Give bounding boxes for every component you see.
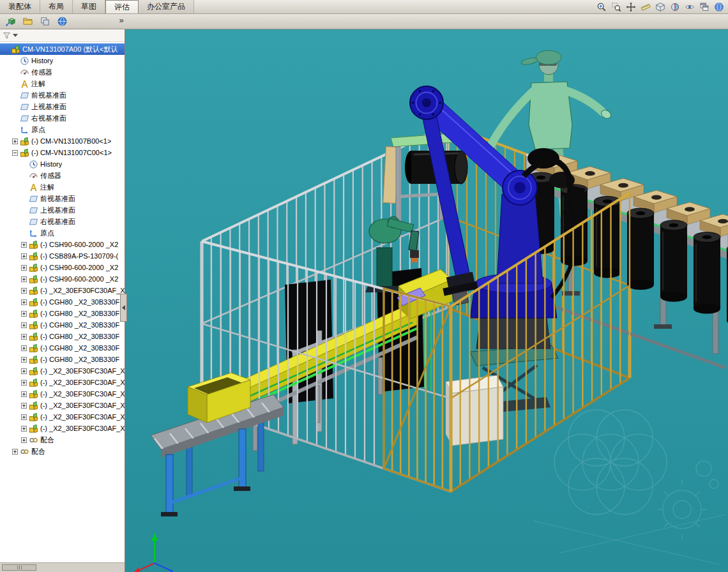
scrollbar-thumb[interactable] [2,564,36,571]
tree-item-label: 配合 [40,435,54,445]
ribbon-tab[interactable]: 评估 [105,0,139,13]
expand-toggle[interactable] [21,414,27,420]
tree-item[interactable]: (-) _X2_30EF30FC30AF_X [0,411,125,423]
annotations-icon [20,79,29,89]
tree-item[interactable]: (-) CGH80 _X2_30B330F [0,319,125,331]
ribbon-tab[interactable]: 布局 [40,0,73,13]
expand-toggle[interactable] [21,265,27,271]
expand-toggle[interactable] [21,288,27,294]
zoom-window-icon[interactable] [609,1,623,13]
expand-toggle[interactable] [21,299,27,305]
expand-toggle[interactable] [21,426,27,432]
tree-item[interactable]: 上视基准面 [0,204,125,216]
tree-item-label: 配合 [31,447,45,456]
expand-toggle[interactable] [21,403,27,409]
history-icon [20,56,29,66]
tree-item[interactable]: (-) CGH80 _X2_30B330F [0,331,125,342]
expand-toggle[interactable] [21,242,27,248]
tree-item[interactable]: 配合 [0,434,125,446]
tree-filter-row[interactable] [0,29,125,42]
plane-icon [29,194,38,204]
tree-item[interactable]: (-) CM-VN131007B00<1> [0,135,125,147]
assembly-icon [20,148,29,158]
tree-item[interactable]: 注解 [0,78,125,89]
tree-item[interactable]: 前视基准面 [0,193,125,204]
tree-item-label: 原点 [31,125,45,135]
tree-horizontal-scrollbar[interactable] [0,562,125,572]
tree-item[interactable]: (-) CSH90-600-2000 _X2 [0,273,125,285]
tree-item[interactable]: (-) CSH90-600-2000 _X2 [0,262,125,273]
tree-item[interactable]: History [0,55,125,66]
tree-item[interactable]: (-) CM-VN131007C00<1> [0,147,125,158]
tree-item-label: (-) CGH80 _X2_30B330F [40,321,119,329]
tree-item[interactable]: 前视基准面 [0,89,125,101]
expand-toggle[interactable] [21,437,27,443]
expand-toggle[interactable] [21,322,27,328]
tree-item[interactable]: CM-VN131007A00 (默认<默认 [0,43,125,55]
help-globe-icon[interactable] [712,1,725,13]
tree-item[interactable]: 传感器 [0,170,125,181]
collapse-arrow-icon [122,305,125,310]
expand-toggle[interactable] [21,334,27,340]
tree-item-label: (-) CM-VN131007B00<1> [31,137,111,145]
open-folder-icon[interactable] [20,15,34,28]
web-globe-icon[interactable] [55,15,69,28]
tree-item[interactable]: (-) CGH80 _X2_30B330F [0,308,125,319]
collapse-toggle[interactable] [12,150,18,156]
measure-icon[interactable] [639,1,652,13]
tree-item[interactable]: 右视基准面 [0,112,125,124]
insert-component-icon[interactable] [3,15,17,28]
expand-toggle[interactable] [12,139,18,144]
tree-item[interactable]: (-) CGH80 _X2_30B330F [0,296,125,308]
tree-item[interactable]: (-) CSB89A-PS-130709-( [0,250,125,262]
expand-toggle[interactable] [21,368,27,374]
expand-toggle[interactable] [12,449,18,455]
tree-item[interactable]: (-) _X2_30EF30FC30AF_X [0,365,125,377]
section-view-icon[interactable] [668,1,681,13]
control-cabinet[interactable] [446,375,503,446]
tree-item[interactable]: 配合 [0,446,125,457]
tree-item[interactable]: 原点 [0,227,125,239]
assembly-icon [20,137,29,146]
mates-icon [20,447,29,456]
origin-icon [20,125,29,135]
tree-item[interactable]: 原点 [0,124,125,135]
scene-canvas[interactable] [125,29,728,572]
pan-icon[interactable] [624,1,637,13]
tree-item-label: 注解 [40,183,54,192]
tree-item[interactable]: (-) _X2_30EF30FC30AF_X [0,423,125,434]
tree-item[interactable]: (-) CSH90-600-2000 _X2 [0,239,125,250]
view-settings-icon[interactable] [683,1,696,13]
ribbon-tab[interactable]: 办公室产品 [139,0,194,13]
expand-toggle[interactable] [21,311,27,317]
assembly-icon [29,355,38,365]
assembly-icon [29,240,38,250]
zoom-in-icon[interactable] [595,1,608,13]
tree-item[interactable]: 传感器 [0,66,125,78]
panel-collapse-handle[interactable] [120,294,127,322]
expand-toggle[interactable] [21,276,27,282]
tree-item[interactable]: History [0,158,125,170]
toolbar-overflow-chevron[interactable]: » [117,15,126,25]
ribbon-tab[interactable]: 草图 [73,0,105,13]
tree-item[interactable]: (-) _X2_30EF30FC30AF_X [0,377,125,388]
display-style-icon[interactable] [653,1,667,13]
filter-dropdown-caret[interactable] [13,34,18,37]
tree-item[interactable]: 右视基准面 [0,216,125,227]
expand-toggle[interactable] [21,345,27,351]
viewport[interactable] [125,29,728,572]
arrange-windows-icon[interactable] [697,1,711,13]
duplicate-icon[interactable] [38,15,52,28]
expand-toggle[interactable] [21,391,27,397]
expand-toggle[interactable] [21,253,27,259]
tree-item[interactable]: 上视基准面 [0,101,125,112]
tree-item[interactable]: (-) CGH80 _X2_30B330F [0,342,125,354]
expand-toggle[interactable] [21,380,27,386]
ribbon-tab[interactable]: 装配体 [0,0,40,13]
tree-item[interactable]: (-) _X2_30EF30FC30AF_X [0,285,125,296]
expand-toggle[interactable] [21,357,27,363]
tree-item[interactable]: (-) _X2_30EF30FC30AF_X [0,400,125,411]
tree-item[interactable]: 注解 [0,181,125,193]
tree-item[interactable]: (-) CGH80 _X2_30B330F [0,354,125,365]
tree-item[interactable]: (-) _X2_30EF30FC30AF_X [0,388,125,400]
